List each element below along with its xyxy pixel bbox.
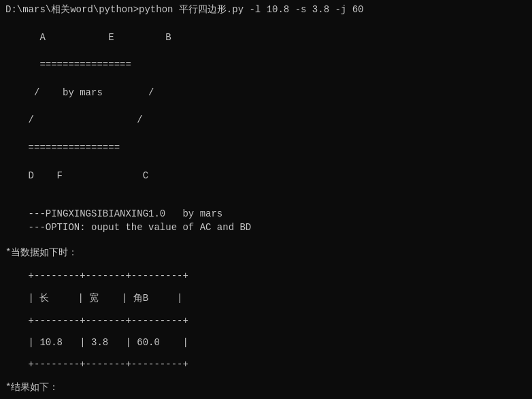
diagram-line3: / by mars / [29,87,154,98]
diagram-line2: ================ [29,59,131,70]
result-table: +----------+----------+----------+------… [5,394,527,399]
input-table-sep: +--------+-------+---------+ [29,315,188,326]
program-info-2: ---OPTION: ouput the value of AC and BD [5,221,527,234]
diagram-line4: / / [29,114,143,125]
diagram-line1: A E B [29,32,171,43]
command-line: D:\mars\相关word\python>python 平行四边形.py -l… [5,3,527,16]
input-label: *当数据如下时： [5,246,527,259]
diagram-line5: ================ [29,142,126,153]
ascii-diagram: A E B ================ / by mars / / / =… [5,16,527,196]
terminal-window: D:\mars\相关word\python>python 平行四边形.py -l… [0,0,532,399]
diagram-line6: D F C [29,170,148,181]
input-table-footer: +--------+-------+---------+ [29,359,188,370]
result-label: *结果如下： [5,381,527,394]
program-info-1: ---PINGXINGSIBIANXING1.0 by mars [5,207,527,221]
input-table-data: | 10.8 | 3.8 | 60.0 | [29,337,188,348]
input-table: +--------+-------+---------+ | 长 | 宽 | 角… [5,259,527,381]
input-table-header-cols: | 长 | 宽 | 角B | [29,293,183,304]
input-table-header-border: +--------+-------+---------+ [29,270,188,281]
